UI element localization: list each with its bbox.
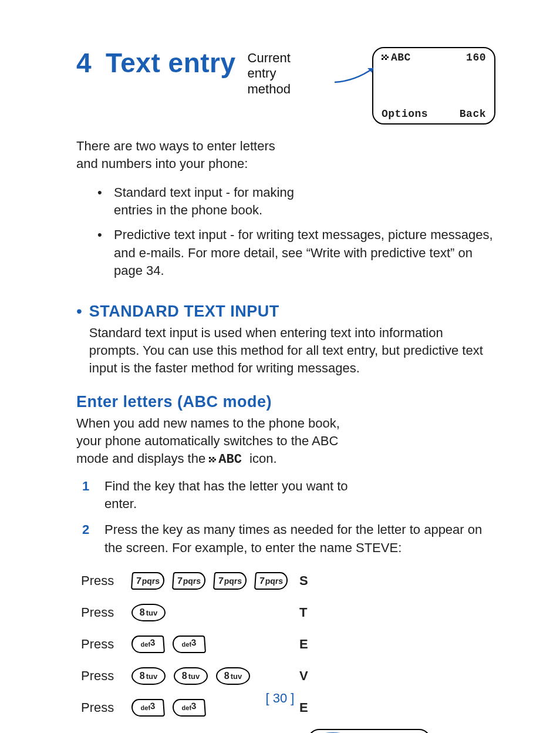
step-list: 1 Find the key that has the letter you w… xyxy=(76,478,495,557)
key-8-icon: 8tuv xyxy=(131,604,166,621)
page-number: [ 30 ] xyxy=(0,691,560,706)
press-label: Press xyxy=(81,605,122,620)
step-2: 2 Press the key as many times as needed … xyxy=(82,521,495,557)
svg-rect-2 xyxy=(383,56,385,58)
chapter-name: Text entry xyxy=(106,48,235,78)
press-label: Press xyxy=(81,573,122,589)
press-label: Press xyxy=(81,668,122,684)
key-group: 7pqrs7pqrs7pqrs7pqrs xyxy=(131,572,290,590)
key-7-icon: 7pqrs xyxy=(172,572,206,590)
key-group: 8tuv xyxy=(131,604,290,621)
key-3-icon: def3 xyxy=(131,636,165,653)
svg-rect-1 xyxy=(385,55,387,56)
section-enter-letters: Enter letters (ABC mode) When you add ne… xyxy=(76,393,495,724)
step-number: 2 xyxy=(82,521,94,557)
keypress-row: Press8tuv8tuv8tuvV xyxy=(81,660,495,692)
step-number: 1 xyxy=(82,478,94,513)
figure-caption: Current entry method xyxy=(248,51,312,97)
title-row: 4Text entry Current entry method ABC 160… xyxy=(76,47,495,125)
section-heading-standard: • Standard text input Standard text inpu… xyxy=(76,287,495,378)
phone1-mode: ABC xyxy=(382,52,411,63)
chapter-title: 4Text entry xyxy=(76,47,236,79)
keypress-row: Press7pqrs7pqrs7pqrs7pqrsS xyxy=(81,565,495,597)
intro-paragraph: There are two ways to enter letters and … xyxy=(76,137,299,173)
intro-bullet-list: Standard text input - for making entries… xyxy=(76,184,495,280)
phone1-softkey-right: Back xyxy=(460,108,486,120)
paragraph-standard: Standard text input is used when enterin… xyxy=(89,324,495,378)
result-letter: E xyxy=(299,637,317,652)
heading-standard-text-input: Standard text input xyxy=(89,302,495,321)
chapter-number: 4 xyxy=(76,48,92,78)
chequer-icon xyxy=(209,457,217,463)
press-label: Press xyxy=(81,637,122,652)
key-8-icon: 8tuv xyxy=(216,667,250,685)
result-letter: V xyxy=(299,668,317,684)
phone1-char-count: 160 xyxy=(466,52,486,63)
svg-rect-3 xyxy=(387,56,389,58)
svg-rect-5 xyxy=(385,58,387,60)
svg-rect-7 xyxy=(212,457,214,459)
key-7-icon: 7pqrs xyxy=(254,572,288,590)
step-1: 1 Find the key that has the letter you w… xyxy=(82,478,495,513)
result-letter: S xyxy=(299,573,317,589)
heading-enter-letters: Enter letters (ABC mode) xyxy=(76,393,495,411)
paragraph-enter-letters: When you add new names to the phone book… xyxy=(76,415,352,469)
phone2-mode: ABC xyxy=(309,730,430,733)
page: 4Text entry Current entry method ABC 160… xyxy=(0,0,560,733)
svg-rect-6 xyxy=(209,457,211,459)
key-8-icon: 8tuv xyxy=(131,667,166,685)
svg-rect-10 xyxy=(209,460,211,462)
inline-abc-icon: ABC xyxy=(209,452,249,467)
key-7-icon: 7pqrs xyxy=(213,572,247,590)
svg-rect-0 xyxy=(382,55,383,56)
phone-screen-2: ABC Name: Steve OK Clear xyxy=(308,729,431,733)
key-3-icon: def3 xyxy=(172,636,206,653)
phone1-softkey-left: Options xyxy=(382,108,428,120)
key-8-icon: 8tuv xyxy=(174,667,208,685)
bullet-item-2: Predictive text input - for writing text… xyxy=(100,226,495,280)
svg-rect-9 xyxy=(214,459,216,460)
chequer-icon xyxy=(382,55,390,60)
keypress-row: Pressdef3def3E xyxy=(81,628,495,660)
key-7-icon: 7pqrs xyxy=(131,572,165,590)
svg-rect-11 xyxy=(212,460,214,462)
keypress-row: Press8tuvT xyxy=(81,597,495,628)
result-letter: T xyxy=(299,605,317,620)
bullet-icon: • xyxy=(76,303,82,320)
bullet-item-1: Standard text input - for making entries… xyxy=(100,184,325,220)
svg-rect-4 xyxy=(382,58,383,60)
svg-rect-8 xyxy=(211,459,212,460)
phone-screen-1: ABC 160 Options Back xyxy=(372,47,495,125)
key-group: 8tuv8tuv8tuv xyxy=(131,667,290,685)
key-group: def3def3 xyxy=(131,636,290,653)
